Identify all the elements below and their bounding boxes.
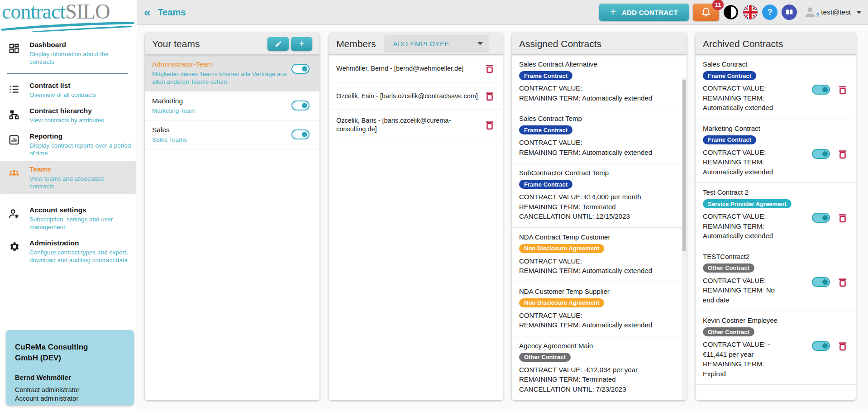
contract-type-badge: Frame Contract bbox=[519, 71, 572, 80]
archived-contract-row[interactable]: Kevin Costner Employee Other Contract CO… bbox=[696, 311, 856, 385]
team-active-toggle[interactable] bbox=[291, 101, 310, 110]
teams-people-icon bbox=[8, 167, 20, 179]
sidebar-divider bbox=[7, 198, 128, 198]
contract-row[interactable]: Agency Agreement Main Other Contract CON… bbox=[512, 336, 687, 401]
team-row-administrator[interactable]: Administrator-Team Mitglieder dieses Tea… bbox=[145, 55, 320, 91]
contract-type-badge: Other Contract bbox=[703, 263, 754, 273]
archived-contracts-title: Archived Contracts bbox=[703, 38, 783, 49]
collapse-sidebar-icon[interactable]: « bbox=[144, 6, 150, 18]
list-icon bbox=[8, 83, 20, 95]
contract-type-badge: Non Disclosure Agreement bbox=[519, 244, 604, 253]
archived-contract-row[interactable]: Sales Contract Frame Contract CONTRACT V… bbox=[696, 55, 856, 119]
topbar-actions: + ADD CONTRACT 11 bbox=[599, 4, 862, 21]
scrollbar[interactable] bbox=[682, 77, 686, 400]
account-settings-icon bbox=[8, 208, 20, 220]
archived-contracts-list: Sales Contract Frame Contract CONTRACT V… bbox=[696, 55, 856, 400]
user-role: Contract administrator bbox=[15, 386, 125, 394]
user-role: Account administrator bbox=[15, 394, 125, 403]
contract-row[interactable]: Sales Contract Alternative Frame Contrac… bbox=[512, 55, 687, 109]
current-user-name: Bernd Wehmöller bbox=[15, 374, 125, 381]
your-teams-list: Administrator-Team Mitglieder dieses Tea… bbox=[145, 55, 320, 400]
contract-row[interactable]: Sales Contract Temp Frame Contract CONTR… bbox=[512, 109, 687, 163]
contract-type-badge: Frame Contract bbox=[519, 125, 572, 134]
sidebar-item-dashboard[interactable]: Dashboard Display information about the … bbox=[0, 37, 136, 70]
app-logo[interactable]: contractSILO bbox=[0, 0, 137, 34]
bell-icon bbox=[701, 7, 711, 18]
contract-row[interactable]: NDA Customer Temp Supplier Non Disclosur… bbox=[512, 282, 687, 336]
delete-contract-icon[interactable] bbox=[837, 84, 849, 96]
assigned-contracts-panel: Assigned Contracts Sales Contract Altern… bbox=[512, 33, 687, 400]
team-row-sales[interactable]: Sales Sales Teams bbox=[145, 120, 320, 149]
add-contract-label: ADD CONTRACT bbox=[622, 9, 678, 16]
delete-contract-icon[interactable] bbox=[837, 148, 849, 160]
member-row: Wehmöller, Bernd - [bernd@wehmoeller.de] bbox=[329, 55, 503, 82]
members-list: Wehmöller, Bernd - [bernd@wehmoeller.de]… bbox=[329, 55, 503, 400]
archive-toggle[interactable] bbox=[812, 213, 830, 223]
delete-member-icon[interactable] bbox=[484, 62, 496, 74]
organization-card: CuReMa Consulting GmbH (DEV) Bernd Wehmö… bbox=[6, 330, 134, 405]
sidebar-item-reporting[interactable]: Reporting Display contract reports over … bbox=[0, 128, 136, 161]
assigned-contracts-header: Assigned Contracts bbox=[512, 33, 687, 55]
hierarchy-icon bbox=[8, 109, 20, 120]
sidebar-item-contract-list[interactable]: Contract list Overview of all contracts bbox=[0, 77, 136, 103]
sidebar-item-teams[interactable]: Teams View teams and associated contract… bbox=[0, 161, 136, 194]
user-question-mark: ? bbox=[816, 12, 819, 19]
members-panel: Members ADD EMPLOYEE Wehmöller, Bernd - … bbox=[329, 33, 503, 400]
add-team-button[interactable]: + bbox=[291, 37, 312, 51]
contract-row[interactable]: NDA Contract Temp Customer Non Disclosur… bbox=[512, 228, 687, 282]
user-menu[interactable]: ? test@test bbox=[803, 5, 862, 19]
contract-type-badge: Other Contract bbox=[519, 353, 571, 362]
language-flag-icon[interactable] bbox=[743, 5, 758, 20]
user-avatar-icon: ? bbox=[803, 5, 817, 19]
team-active-toggle[interactable] bbox=[291, 64, 310, 74]
assigned-contracts-title: Assigned Contracts bbox=[519, 38, 601, 49]
help-icon[interactable]: ? bbox=[762, 5, 777, 20]
add-employee-dropdown[interactable]: ADD EMPLOYEE bbox=[384, 35, 489, 53]
plus-icon: + bbox=[610, 6, 616, 17]
edit-team-button[interactable] bbox=[267, 37, 289, 51]
report-chart-icon bbox=[8, 134, 20, 146]
sidebar-item-account-settings[interactable]: Account settings Subscription, settings … bbox=[0, 202, 136, 235]
gear-icon bbox=[8, 241, 20, 253]
archive-toggle[interactable] bbox=[812, 341, 830, 351]
sidebar-item-administration[interactable]: Administration Configure contract types … bbox=[0, 235, 136, 268]
archived-contract-row[interactable]: Marketing Contract Frame Contract CONTRA… bbox=[696, 119, 856, 183]
contract-type-badge: Frame Contract bbox=[703, 71, 756, 80]
archive-toggle[interactable] bbox=[812, 85, 830, 95]
delete-contract-icon[interactable] bbox=[837, 212, 849, 224]
scrollbar-thumb[interactable] bbox=[682, 80, 686, 251]
team-row-marketing[interactable]: Marketing Marketing Team bbox=[145, 91, 320, 120]
delete-contract-icon[interactable] bbox=[837, 276, 849, 288]
archive-toggle[interactable] bbox=[812, 277, 830, 287]
page-title: Teams bbox=[157, 7, 186, 18]
your-teams-title: Your teams bbox=[152, 38, 200, 49]
manual-book-icon[interactable] bbox=[782, 5, 797, 20]
member-row: Ozcelik, Esin - [baris.ozcelik@contracts… bbox=[329, 82, 503, 110]
chevron-down-icon bbox=[856, 11, 862, 14]
archived-contract-row[interactable]: TESTContract2 Other Contract CONTRACT VA… bbox=[696, 247, 856, 311]
archived-contracts-panel: Archived Contracts Sales Contract Frame … bbox=[696, 33, 856, 400]
user-email: test@test bbox=[821, 8, 851, 16]
contract-type-badge: Frame Contract bbox=[519, 180, 572, 189]
assigned-contracts-list: Sales Contract Alternative Frame Contrac… bbox=[512, 55, 687, 400]
sidebar-divider bbox=[7, 73, 128, 74]
archive-toggle[interactable] bbox=[812, 149, 830, 159]
delete-member-icon[interactable] bbox=[484, 119, 496, 131]
delete-contract-icon[interactable] bbox=[837, 340, 849, 352]
contract-type-badge: Frame Contract bbox=[703, 135, 756, 144]
sidebar: Dashboard Display information about the … bbox=[0, 25, 136, 412]
plus-icon: + bbox=[299, 38, 305, 49]
delete-member-icon[interactable] bbox=[484, 90, 496, 102]
contract-type-badge: Non Disclosure Agreement bbox=[519, 298, 604, 307]
archived-contracts-header: Archived Contracts bbox=[696, 33, 856, 55]
team-active-toggle[interactable] bbox=[291, 129, 310, 139]
add-contract-button[interactable]: + ADD CONTRACT bbox=[599, 4, 689, 21]
member-row: Ozcelik, Baris - [baris.ozcelik@curema-c… bbox=[329, 110, 503, 140]
sidebar-item-contract-hierarchy[interactable]: Contract hierarchy View contracts by att… bbox=[0, 103, 136, 128]
archived-contract-row[interactable]: Test Contract 2 Service Provider Agreeme… bbox=[696, 183, 856, 247]
contract-type-badge: Service Provider Agreement bbox=[703, 199, 792, 208]
your-teams-header: Your teams + bbox=[145, 33, 320, 55]
theme-contrast-icon[interactable] bbox=[723, 5, 739, 20]
contract-row[interactable]: SubContractor Contract Temp Frame Contra… bbox=[512, 163, 687, 228]
notifications-button[interactable]: 11 bbox=[693, 4, 719, 21]
